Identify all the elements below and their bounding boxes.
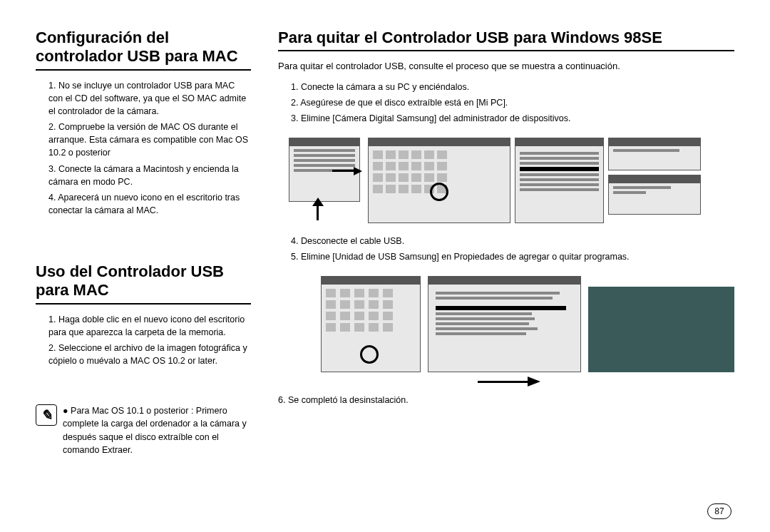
list-item: 4. Desconecte el cable USB. <box>291 235 734 247</box>
list-item: 1. Haga doble clic en el nuevo icono del… <box>48 313 251 339</box>
heading-win-remove: Para quitar el Controlador USB para Wind… <box>278 29 734 51</box>
list-item: 3. Elimine [Cámera Digital Samsung] del … <box>291 112 734 125</box>
screenshot-confirm-dialog-1 <box>608 138 701 170</box>
list-item: 4. Aparecerá un nuevo icono en el escrit… <box>48 191 251 217</box>
note-block: ✎ ● Para Mac OS 10.1 o posterior : Prime… <box>36 404 251 456</box>
left-column: Configuración del controlador USB para M… <box>36 29 251 515</box>
note-text: ● Para Mac OS 10.1 o posterior : Primero… <box>63 404 251 456</box>
right-column: Para quitar el Controlador USB para Wind… <box>278 29 734 515</box>
list-item: 1. No se incluye un controlador USB para… <box>48 79 251 118</box>
screenshot-control-panel-2 <box>321 276 421 372</box>
screenshot-row-2 <box>321 276 734 372</box>
win-list-b: 4. Desconecte el cable USB. 5. Elimine [… <box>291 235 734 266</box>
screenshot-add-remove <box>428 276 581 372</box>
list-item: 5. Elimine [Unidad de USB Samsung] en Pr… <box>291 250 734 263</box>
list-item: 1. Conecte la cámara a su PC y enciéndal… <box>291 81 734 93</box>
mac-use-list: 1. Haga doble clic en el nuevo icono del… <box>48 313 251 371</box>
heading-mac-use: Uso del Controlador USB para MAC <box>36 262 251 305</box>
bullet-icon: ● <box>63 406 68 416</box>
list-item: 2. Compruebe la versión de MAC OS durant… <box>48 121 251 159</box>
win-list-a: 1. Conecte la cámara a su PC y enciéndal… <box>291 81 734 128</box>
final-step: 6. Se completó la desinstalación. <box>278 395 734 405</box>
list-item: 2. Seleccione el archivo de la imagen fo… <box>48 342 251 367</box>
screenshot-start-menu <box>289 138 360 202</box>
screenshot-control-panel <box>368 138 510 223</box>
list-item: 2. Asegúrese de que el disco extraíble e… <box>291 96 734 109</box>
note-content: Para Mac OS 10.1 o posterior : Primero c… <box>63 406 247 454</box>
screenshot-confirm-dialog-2 <box>608 175 701 215</box>
intro-text: Para quitar el controlador USB, consulte… <box>278 60 734 73</box>
list-item: 3. Conecte la cámara a Macintosh y encie… <box>48 163 251 188</box>
heading-mac-config: Configuración del controlador USB para M… <box>36 29 251 71</box>
screenshot-uninstaller <box>588 287 734 372</box>
mac-config-list: 1. No se incluye un controlador USB para… <box>48 79 251 220</box>
note-icon: ✎ <box>36 404 57 426</box>
arrow-right-long-icon <box>478 377 734 387</box>
page-number: 87 <box>707 503 732 519</box>
screenshot-row-1 <box>285 138 734 223</box>
screenshot-device-manager <box>515 138 604 223</box>
arrow-right-icon <box>332 167 362 175</box>
highlight-circle-icon <box>360 345 379 364</box>
highlight-circle-icon <box>430 183 448 201</box>
arrow-up-icon <box>285 200 364 213</box>
